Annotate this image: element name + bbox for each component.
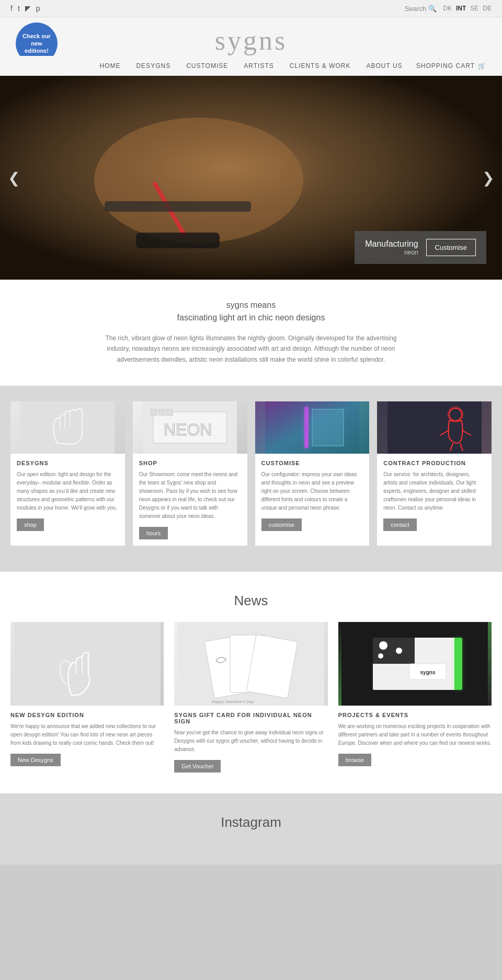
- card-desygns-content: DESYGNS Our open edition: light and desi…: [10, 454, 125, 537]
- news-card-projects-image: sygns: [338, 622, 492, 706]
- nav-artists[interactable]: ARTISTS: [244, 62, 273, 70]
- svg-rect-15: [166, 409, 173, 416]
- svg-point-2: [94, 118, 303, 243]
- instagram-icon[interactable]: ◤: [25, 4, 31, 13]
- svg-rect-5: [136, 233, 220, 248]
- nav-customise[interactable]: CUSTOMISE: [186, 62, 228, 70]
- card-desygns-image: [10, 401, 125, 454]
- site-header: Check ourneweditions! sygns HOME DESYGNS…: [0, 17, 502, 76]
- hero-next-button[interactable]: ❯: [482, 169, 494, 187]
- card-desygns: DESYGNS Our open edition: light and desi…: [10, 401, 125, 546]
- svg-rect-20: [315, 412, 341, 443]
- lang-de[interactable]: DE: [483, 5, 492, 12]
- card-contract-title: CONTRACT PRODUCTION: [383, 460, 485, 466]
- nav-desygns[interactable]: DESYGNS: [136, 62, 170, 70]
- news-new-desygn-text: We're happy to announce that we added ne…: [10, 722, 164, 747]
- card-desygns-title: DESYGNS: [17, 460, 119, 466]
- svg-text:NEON: NEON: [164, 420, 212, 439]
- svg-rect-21: [387, 401, 482, 454]
- svg-rect-6: [20, 401, 115, 454]
- svg-point-40: [396, 648, 402, 654]
- pinterest-icon[interactable]: p: [36, 4, 40, 13]
- svg-text:sygns: sygns: [420, 670, 436, 675]
- card-customise-button[interactable]: customise: [261, 518, 302, 531]
- main-nav: HOME DESYGNS CUSTOMISE ARTISTS CLIENTS &…: [0, 56, 502, 76]
- intro-title: sygns means: [105, 301, 397, 310]
- card-contract-text: Our service: for architects, designers, …: [383, 470, 485, 512]
- news-gift-button[interactable]: Get Voucher: [174, 760, 221, 773]
- search-box[interactable]: Search 🔍: [405, 5, 437, 13]
- card-contract: CONTRACT PRODUCTION Our service: for arc…: [377, 401, 492, 546]
- cart-icon: 🛒: [478, 62, 486, 70]
- news-card-projects: sygns PROJECTS & EVENTS We are working o…: [338, 622, 492, 773]
- card-customise: CUSTOMISE Our configurator: express your…: [255, 401, 370, 546]
- instagram-section: Instagram: [0, 793, 502, 864]
- nav-home[interactable]: HOME: [99, 62, 120, 70]
- news-new-desygn-button[interactable]: New Desygns: [10, 754, 61, 766]
- svg-rect-4: [105, 201, 251, 212]
- site-title: sygns: [0, 25, 502, 56]
- card-shop-title: SHOP: [139, 460, 241, 466]
- top-bar: f t ◤ p Search 🔍 DK INT SE DE: [0, 0, 502, 17]
- svg-rect-18: [304, 407, 309, 448]
- cart-label: SHOPPING CART: [416, 62, 475, 70]
- news-gift-title: SYGNS GIFT CARD FOR INDIVIDUAL NEON SIGN: [174, 712, 327, 724]
- intro-section: sygns means fascinating light art in chi…: [0, 280, 502, 386]
- card-customise-title: CUSTOMISE: [261, 460, 363, 466]
- card-shop: NEON SHOP Our Showroom: come meet the ne…: [133, 401, 247, 546]
- svg-point-41: [378, 653, 383, 659]
- facebook-icon[interactable]: f: [10, 4, 13, 13]
- hero-caption-text: Manufacturing neon: [365, 239, 418, 256]
- news-card-gift: Happy Valentine's Day SYGNS GIFT CARD FO…: [174, 622, 327, 773]
- svg-rect-13: [151, 409, 157, 416]
- lang-int[interactable]: INT: [456, 5, 466, 12]
- card-desygns-button[interactable]: shop: [17, 518, 44, 531]
- news-new-desygn-title: NEW DESYGN EDITION: [10, 712, 164, 718]
- news-card-new-desygn-image: [10, 622, 164, 706]
- badge-text: Check ourneweditions!: [22, 32, 51, 55]
- news-section: News NEW DESYGN EDITION We're happy to a…: [0, 572, 502, 793]
- svg-rect-28: [14, 622, 161, 706]
- nav-about[interactable]: ABOUT US: [366, 62, 402, 70]
- news-grid: NEW DESYGN EDITION We're happy to announ…: [10, 622, 492, 773]
- search-icon: 🔍: [428, 5, 437, 13]
- card-shop-image: NEON: [133, 401, 247, 454]
- card-shop-button[interactable]: hours: [139, 527, 168, 539]
- svg-rect-14: [158, 409, 165, 416]
- news-projects-text: We are working on numerous exciting proj…: [338, 722, 492, 747]
- news-projects-title: PROJECTS & EVENTS: [338, 712, 492, 718]
- svg-point-39: [379, 641, 387, 650]
- twitter-icon[interactable]: t: [18, 4, 20, 13]
- hero-section: ❮ ❯ Manufacturing neon Customise: [0, 76, 502, 280]
- card-shop-text: Our Showroom: come meet the neons and th…: [139, 470, 241, 521]
- nav-clients-work[interactable]: CLIENTS & WORK: [290, 62, 351, 70]
- card-contract-button[interactable]: contact: [383, 518, 416, 531]
- cards-grid: DESYGNS Our open edition: light and desi…: [10, 401, 492, 546]
- news-projects-button[interactable]: browse: [338, 754, 371, 766]
- lang-dk[interactable]: DK: [443, 5, 452, 12]
- card-shop-content: SHOP Our Showroom: come meet the neons a…: [133, 454, 247, 546]
- news-card-gift-image: Happy Valentine's Day: [174, 622, 327, 706]
- hero-caption-sub: neon: [365, 249, 418, 256]
- card-contract-image: [377, 401, 492, 454]
- card-customise-image: [255, 401, 370, 454]
- news-gift-text: Now you've got the chance to give away i…: [174, 729, 327, 754]
- hero-cta-button[interactable]: Customise: [426, 239, 476, 256]
- lang-se[interactable]: SE: [470, 5, 478, 12]
- svg-rect-43: [454, 638, 462, 690]
- hero-caption: Manufacturing neon Customise: [355, 231, 486, 264]
- intro-text: The rich, vibrant glow of neon lights il…: [105, 333, 397, 365]
- shopping-cart[interactable]: SHOPPING CART 🛒: [416, 62, 486, 70]
- cards-section: DESYGNS Our open edition: light and desi…: [0, 386, 502, 572]
- news-section-title: News: [10, 593, 492, 609]
- card-customise-text: Our configurator: express your own ideas…: [261, 470, 363, 512]
- instagram-title: Instagram: [10, 814, 492, 831]
- language-options: DK INT SE DE: [443, 5, 492, 12]
- hero-prev-button[interactable]: ❮: [8, 169, 20, 187]
- svg-text:Happy Valentine's Day: Happy Valentine's Day: [212, 699, 254, 704]
- svg-rect-38: [373, 638, 415, 664]
- top-right: Search 🔍 DK INT SE DE: [405, 5, 492, 13]
- social-icons: f t ◤ p: [10, 4, 40, 13]
- card-contract-content: CONTRACT PRODUCTION Our service: for arc…: [377, 454, 492, 537]
- news-card-new-desygn: NEW DESYGN EDITION We're happy to announ…: [10, 622, 164, 773]
